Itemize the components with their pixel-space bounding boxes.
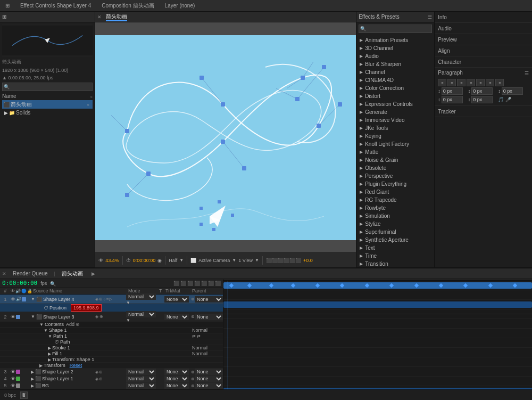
indent-after-input[interactable]: [471, 87, 493, 95]
timeline-close-icon[interactable]: ✕: [2, 271, 6, 276]
shape-layer-icon[interactable]: ⬛: [187, 281, 193, 286]
toolbar-view-count[interactable]: 1 View: [238, 258, 253, 263]
current-time-display[interactable]: 0:00:00:00: [2, 280, 37, 287]
layer-2-parent-select[interactable]: None: [195, 314, 223, 320]
effects-category-distort[interactable]: ▶ Distort: [358, 92, 433, 100]
effects-category-cinema4d[interactable]: ▶ CINEMA 4D: [358, 76, 433, 84]
layer-5-trkmat-select[interactable]: None: [164, 382, 189, 389]
effects-category-channel[interactable]: ▶ Channel: [358, 68, 433, 76]
space-before-input[interactable]: [442, 96, 463, 103]
layer-2-path-row[interactable]: ⏱ Path: [0, 339, 223, 345]
effects-category-red-giant[interactable]: ▶ Red Giant: [358, 188, 433, 196]
layer-2-contents-row[interactable]: ▼ Contents Add ⊕: [0, 322, 223, 328]
layer-5-parent-select[interactable]: None: [195, 382, 223, 389]
layer-5-mode-select[interactable]: Normal: [126, 382, 156, 389]
shape1-expand[interactable]: ▼: [44, 328, 48, 333]
path-stopwatch-icon[interactable]: ⏱: [54, 339, 59, 345]
effects-category-blur-sharpen[interactable]: ▶ Blur & Sharpen: [358, 60, 433, 68]
stroke1-expand[interactable]: ▶: [48, 346, 51, 350]
camera-icon[interactable]: ⬛: [201, 281, 207, 286]
layer-3-trkmat-select[interactable]: None: [164, 369, 189, 375]
effects-category-stylize[interactable]: ▶ Stylize: [358, 220, 433, 228]
layer-1-expand[interactable]: ▼: [31, 297, 35, 301]
toolbar-zoom[interactable]: 43.4%: [105, 258, 119, 263]
space-after-input[interactable]: [471, 96, 493, 103]
tab-composition[interactable]: Composition 箭头动画: [98, 1, 157, 11]
layer-5-eye-icon[interactable]: 👁: [11, 383, 15, 388]
toolbar-camera[interactable]: Active Camera: [198, 258, 230, 263]
layer-2-path1-row[interactable]: ▼ Path 1 ⇄ ⇄: [0, 333, 223, 339]
project-item-comp[interactable]: ⬛ 箭头动画 ⬦: [2, 100, 93, 109]
effects-category-plugin-everything[interactable]: ▶ Plugin Everything: [358, 180, 433, 188]
layer-2-stroke1-row[interactable]: ▶ Stroke 1 Normal: [0, 345, 223, 351]
effects-category-3d-channel[interactable]: ▶ 3D Channel: [358, 44, 433, 52]
align-justify-all-btn[interactable]: ≡: [495, 79, 504, 86]
align-justify-left-btn[interactable]: ≡: [467, 79, 475, 86]
align-justify-right-btn[interactable]: ≡: [486, 79, 494, 86]
layer-2-fill1-row[interactable]: ▶ Fill 1 Normal: [0, 351, 223, 357]
effects-category-animation-presets[interactable]: ▶ Animation Presets: [358, 36, 433, 44]
tab-layer[interactable]: Layer (none): [162, 2, 198, 10]
add-circle-icon[interactable]: ⊕: [76, 322, 80, 327]
toolbar-resolution[interactable]: Half: [169, 258, 177, 263]
toolbar-offset[interactable]: +0.0: [303, 258, 313, 263]
paragraph-menu-icon[interactable]: ☰: [525, 71, 529, 76]
search-input[interactable]: [11, 84, 92, 90]
effects-category-rowbyte[interactable]: ▶ Rowbyte: [358, 204, 433, 212]
layer-3-expand[interactable]: ▶: [31, 370, 34, 374]
effects-category-synthetic-aperture[interactable]: ▶ Synthetic Aperture: [358, 236, 433, 244]
layer-2-expand[interactable]: ▼: [31, 314, 35, 319]
align-justify-center-btn[interactable]: ≡: [476, 79, 485, 86]
adj-layer-icon[interactable]: ⬛: [194, 281, 200, 286]
layer-3-eye-icon[interactable]: 👁: [11, 369, 15, 374]
layer-1-mode-select[interactable]: Normal: [126, 293, 156, 300]
effects-category-color-correction[interactable]: ▶ Color Correction: [358, 84, 433, 92]
layer-4-parent-select[interactable]: None: [195, 375, 223, 382]
transform-expand[interactable]: ▶: [39, 363, 43, 368]
path1-expand[interactable]: ▼: [48, 334, 52, 339]
layer-1-position-row[interactable]: ⏱ Position 195.9,898.9: [0, 304, 223, 312]
tab-project[interactable]: ⊞: [2, 2, 13, 10]
align-right-btn[interactable]: ≡: [457, 79, 466, 86]
effects-category-simulation[interactable]: ▶ Simulation: [358, 212, 433, 220]
comp-tab-main[interactable]: 箭头动画: [106, 13, 127, 21]
effects-category-text[interactable]: ▶ Text: [358, 244, 433, 252]
tab-render-queue[interactable]: Render Queue: [11, 270, 50, 277]
layer-1-eye-icon[interactable]: 👁: [11, 297, 15, 302]
layer-2-transform-shape1-row[interactable]: ▶ Transform: Shape 1: [0, 357, 223, 363]
effects-search-input[interactable]: [367, 26, 431, 32]
align-center-btn[interactable]: ≡: [447, 79, 456, 86]
project-search[interactable]: 🔍: [2, 83, 93, 91]
new-layer-icon[interactable]: ⬛: [173, 281, 179, 286]
align-left-btn[interactable]: ≡: [438, 79, 446, 86]
composition-viewport[interactable]: [95, 22, 356, 252]
solo-mode-icon[interactable]: ⬛: [208, 281, 214, 286]
search-btn[interactable]: 🔍: [50, 280, 56, 287]
effects-category-matte[interactable]: ▶ Matte: [358, 148, 433, 156]
layer-5-expand[interactable]: ▶: [31, 383, 34, 388]
draft-3d-icon[interactable]: ⬛: [215, 281, 221, 286]
project-item-solids[interactable]: ▶ 📁 Solids: [2, 109, 93, 116]
stopwatch-icon[interactable]: ⏱: [44, 305, 48, 311]
layer-3-parent-select[interactable]: None: [195, 369, 223, 375]
indent-before-input[interactable]: [442, 87, 463, 95]
toolbar-time[interactable]: 0:00:00:00: [133, 258, 156, 263]
layer-4-trkmat-select[interactable]: None: [164, 375, 189, 382]
layer-4-expand[interactable]: ▶: [31, 377, 34, 381]
effects-search-bar[interactable]: 🔍: [359, 25, 432, 33]
effects-category-jke-tools[interactable]: ▶ JKe Tools: [358, 124, 433, 132]
layer-4-mode-select[interactable]: Normal: [126, 375, 156, 382]
effects-category-rg-trapcode[interactable]: ▶ RG Trapcode: [358, 196, 433, 204]
effects-category-perspective[interactable]: ▶ Perspective: [358, 172, 433, 180]
trash-icon[interactable]: 🗑: [20, 391, 28, 399]
effects-category-transition[interactable]: ▶ Transition: [358, 260, 433, 267]
effects-category-generate[interactable]: ▶ Generate: [358, 108, 433, 116]
layer-row-5[interactable]: 5 👁 ▶ ⬛ BG Normal: [0, 382, 223, 389]
fill1-expand[interactable]: ▶: [48, 352, 51, 356]
effects-category-knoll-light-factory[interactable]: ▶ Knoll Light Factory: [358, 140, 433, 148]
layer-2-mode-select[interactable]: Normal: [126, 311, 156, 317]
layer-row-1[interactable]: 1 👁 🔊 ▼ ⬛ Shape Layer 4 ◈ ⊕ ⬦ ≈ ▷: [0, 295, 223, 304]
comp-item-btn[interactable]: ⬦: [84, 101, 92, 108]
layer-row-2[interactable]: 2 👁 ▼ ⬛ Shape Layer 3 ◈ ⊕ Normal: [0, 312, 223, 322]
ts1-expand[interactable]: ▶: [48, 357, 51, 362]
